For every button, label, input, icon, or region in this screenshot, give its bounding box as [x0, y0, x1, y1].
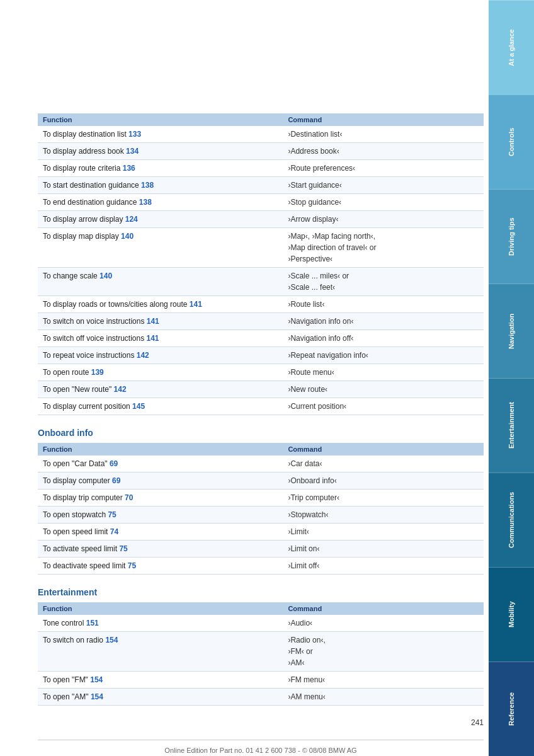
table-row: To display route criteria 136›Route pref… — [38, 160, 484, 177]
page-ref: 139 — [91, 368, 104, 377]
tab-communications[interactable]: Communications — [489, 472, 534, 567]
command-cell: ›Limit‹ — [283, 524, 484, 541]
function-cell: To switch on radio 154 — [38, 632, 283, 672]
page-ref: 138 — [141, 181, 154, 190]
table-row: To start destination guidance 138›Start … — [38, 177, 484, 194]
page-ref: 151 — [86, 619, 99, 627]
command-cell: ›Limit on‹ — [283, 541, 484, 558]
table-row: To display address book 134›Address book… — [38, 143, 484, 160]
command-cell: ›Address book‹ — [283, 143, 484, 160]
onboard-command-header: Command — [283, 443, 484, 455]
function-cell: To open route 139 — [38, 364, 283, 381]
command-cell: ›Radio on‹, ›FM‹ or ›AM‹ — [283, 632, 484, 672]
page-ref: 140 — [99, 272, 112, 280]
onboard-info-table: Function Command To open "Car Data" 69›C… — [38, 443, 484, 575]
page-ref: 138 — [139, 198, 152, 207]
command-cell: ›FM menu‹ — [283, 672, 484, 689]
ent-command-header: Command — [283, 602, 484, 615]
function-cell: To display trip computer 70 — [38, 490, 283, 507]
function-cell: To change scale 140 — [38, 268, 283, 296]
table-row: To switch on radio 154›Radio on‹, ›FM‹ o… — [38, 632, 484, 672]
side-tabs: At a glance Controls Driving tips Naviga… — [489, 0, 534, 756]
function-cell: To display route criteria 136 — [38, 160, 283, 177]
function-cell: To open "FM" 154 — [38, 672, 283, 689]
function-cell: To activate speed limit 75 — [38, 541, 283, 558]
page-ref: 141 — [147, 317, 159, 326]
table-row: To change scale 140›Scale ... miles‹ or … — [38, 268, 484, 296]
command-cell: ›Trip computer‹ — [283, 490, 484, 507]
table-row: To switch on voice instructions 141›Navi… — [38, 313, 484, 330]
navigation-table: Function Command To display destination … — [38, 113, 484, 415]
function-cell: To display destination list 133 — [38, 126, 283, 143]
command-cell: ›Stopwatch‹ — [283, 507, 484, 524]
function-cell: To open "New route" 142 — [38, 381, 283, 398]
function-cell: To display current position 145 — [38, 398, 283, 415]
function-cell: To switch on voice instructions 141 — [38, 313, 283, 330]
command-cell: ›Onboard info‹ — [283, 472, 484, 490]
table-row: To open "New route" 142›New route‹ — [38, 381, 484, 398]
function-cell: To display address book 134 — [38, 143, 283, 160]
command-cell: ›Audio‹ — [283, 615, 484, 632]
page-ref: 74 — [110, 527, 118, 536]
page-ref: 75 — [108, 510, 116, 519]
function-cell: To open "AM" 154 — [38, 689, 283, 706]
nav-function-header: Function — [38, 113, 283, 126]
page-ref: 142 — [137, 351, 149, 360]
table-row: To display roads or towns/cities along r… — [38, 296, 484, 313]
table-row: To switch off voice instructions 141›Nav… — [38, 330, 484, 347]
page-content: Function Command To display destination … — [38, 0, 484, 756]
command-cell: ›New route‹ — [283, 381, 484, 398]
page-ref: 154 — [90, 675, 103, 684]
table-row: To open "Car Data" 69›Car data‹ — [38, 455, 484, 472]
entertainment-table: Function Command Tone control 151›Audio‹… — [38, 602, 484, 706]
table-row: To repeat voice instructions 142›Repeat … — [38, 347, 484, 364]
command-cell: ›Car data‹ — [283, 455, 484, 472]
function-cell: To display map display 140 — [38, 228, 283, 268]
table-row: Tone control 151›Audio‹ — [38, 615, 484, 632]
tab-reference[interactable]: Reference — [489, 662, 534, 756]
ent-function-header: Function — [38, 602, 283, 615]
onboard-info-title: Onboard info — [38, 428, 484, 438]
page-ref: 141 — [190, 300, 202, 309]
footer: Online Edition for Part no. 01 41 2 600 … — [38, 740, 484, 754]
command-cell: ›Route menu‹ — [283, 364, 484, 381]
nav-command-header: Command — [283, 113, 484, 126]
page-ref: 142 — [114, 385, 127, 394]
table-row: To display arrow display 124›Arrow displ… — [38, 211, 484, 228]
page-ref: 154 — [91, 692, 103, 701]
page-ref: 69 — [112, 476, 120, 485]
function-cell: To deactivate speed limit 75 — [38, 558, 283, 575]
tab-controls[interactable]: Controls — [489, 94, 534, 189]
function-cell: To start destination guidance 138 — [38, 177, 283, 194]
table-row: To display trip computer 70›Trip compute… — [38, 490, 484, 507]
function-cell: To open speed limit 74 — [38, 524, 283, 541]
function-cell: To end destination guidance 138 — [38, 194, 283, 211]
table-row: To open speed limit 74›Limit‹ — [38, 524, 484, 541]
command-cell: ›Limit off‹ — [283, 558, 484, 575]
function-cell: To display computer 69 — [38, 472, 283, 490]
page-ref: 69 — [110, 459, 118, 468]
tab-navigation[interactable]: Navigation — [489, 284, 534, 378]
table-row: To display computer 69›Onboard info‹ — [38, 472, 484, 490]
onboard-function-header: Function — [38, 443, 283, 455]
tab-at-a-glance[interactable]: At a glance — [489, 0, 534, 94]
function-cell: To display arrow display 124 — [38, 211, 283, 228]
function-cell: Tone control 151 — [38, 615, 283, 632]
tab-entertainment[interactable]: Entertainment — [489, 378, 534, 472]
table-row: To activate speed limit 75›Limit on‹ — [38, 541, 484, 558]
table-row: To end destination guidance 138›Stop gui… — [38, 194, 484, 211]
table-row: To display map display 140›Map‹, ›Map fa… — [38, 228, 484, 268]
table-row: To open "AM" 154›AM menu‹ — [38, 689, 484, 706]
command-cell: ›Start guidance‹ — [283, 177, 484, 194]
command-cell: ›Route preferences‹ — [283, 160, 484, 177]
command-cell: ›Destination list‹ — [283, 126, 484, 143]
page-ref: 70 — [125, 493, 133, 502]
function-cell: To display roads or towns/cities along r… — [38, 296, 283, 313]
function-cell: To open "Car Data" 69 — [38, 455, 283, 472]
tab-mobility[interactable]: Mobility — [489, 567, 534, 662]
table-row: To open "FM" 154›FM menu‹ — [38, 672, 484, 689]
tab-driving-tips[interactable]: Driving tips — [489, 189, 534, 284]
command-cell: ›Arrow display‹ — [283, 211, 484, 228]
page-ref: 75 — [128, 561, 136, 570]
table-row: To deactivate speed limit 75›Limit off‹ — [38, 558, 484, 575]
